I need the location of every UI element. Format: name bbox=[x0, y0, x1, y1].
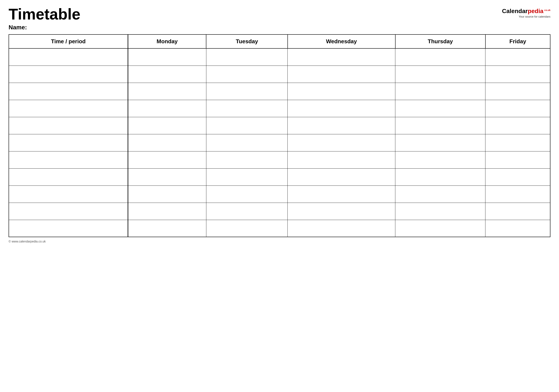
table-cell[interactable] bbox=[485, 220, 550, 237]
table-row bbox=[9, 83, 550, 100]
table-cell[interactable] bbox=[206, 186, 288, 203]
table-cell[interactable] bbox=[128, 134, 206, 151]
table-cell[interactable] bbox=[395, 220, 485, 237]
table-cell[interactable] bbox=[206, 168, 288, 186]
table-header-row: Time / period Monday Tuesday Wednesday T… bbox=[9, 35, 550, 48]
table-cell[interactable] bbox=[485, 117, 550, 134]
logo: Calendarpediaco.uk bbox=[502, 8, 550, 14]
table-cell[interactable] bbox=[206, 66, 288, 83]
col-header-wednesday: Wednesday bbox=[288, 35, 395, 48]
table-row bbox=[9, 100, 550, 117]
table-cell[interactable] bbox=[9, 117, 128, 134]
timetable: Time / period Monday Tuesday Wednesday T… bbox=[9, 34, 550, 237]
col-header-monday: Monday bbox=[128, 35, 206, 48]
table-cell[interactable] bbox=[395, 48, 485, 66]
table-cell[interactable] bbox=[288, 186, 395, 203]
table-cell[interactable] bbox=[288, 168, 395, 186]
table-cell[interactable] bbox=[9, 186, 128, 203]
table-cell[interactable] bbox=[395, 203, 485, 220]
name-label: Name: bbox=[9, 24, 550, 31]
table-cell[interactable] bbox=[288, 66, 395, 83]
table-cell[interactable] bbox=[485, 151, 550, 168]
table-cell[interactable] bbox=[206, 220, 288, 237]
table-row bbox=[9, 220, 550, 237]
table-cell[interactable] bbox=[206, 83, 288, 100]
page-title: Timetable bbox=[9, 6, 80, 22]
col-header-time: Time / period bbox=[9, 35, 128, 48]
table-row bbox=[9, 48, 550, 66]
table-cell[interactable] bbox=[206, 203, 288, 220]
table-cell[interactable] bbox=[288, 83, 395, 100]
col-header-tuesday: Tuesday bbox=[206, 35, 288, 48]
table-cell[interactable] bbox=[206, 134, 288, 151]
table-cell[interactable] bbox=[485, 168, 550, 186]
table-cell[interactable] bbox=[485, 83, 550, 100]
table-row bbox=[9, 168, 550, 186]
table-cell[interactable] bbox=[485, 134, 550, 151]
table-cell[interactable] bbox=[9, 66, 128, 83]
table-cell[interactable] bbox=[128, 220, 206, 237]
table-cell[interactable] bbox=[128, 117, 206, 134]
table-cell[interactable] bbox=[395, 186, 485, 203]
table-cell[interactable] bbox=[485, 203, 550, 220]
table-cell[interactable] bbox=[395, 117, 485, 134]
table-cell[interactable] bbox=[395, 83, 485, 100]
table-row bbox=[9, 186, 550, 203]
table-cell[interactable] bbox=[128, 168, 206, 186]
logo-area: Calendarpediaco.uk Your source for calen… bbox=[502, 6, 550, 18]
logo-couk: co.uk bbox=[544, 9, 550, 11]
logo-tagline: Your source for calendars bbox=[519, 15, 550, 18]
table-cell[interactable] bbox=[485, 66, 550, 83]
table-cell[interactable] bbox=[128, 48, 206, 66]
table-cell[interactable] bbox=[485, 48, 550, 66]
table-row bbox=[9, 117, 550, 134]
table-cell[interactable] bbox=[206, 100, 288, 117]
table-cell[interactable] bbox=[9, 203, 128, 220]
table-row bbox=[9, 134, 550, 151]
table-cell[interactable] bbox=[288, 117, 395, 134]
table-cell[interactable] bbox=[128, 100, 206, 117]
table-cell[interactable] bbox=[485, 186, 550, 203]
table-cell[interactable] bbox=[206, 117, 288, 134]
table-cell[interactable] bbox=[395, 134, 485, 151]
table-cell[interactable] bbox=[128, 66, 206, 83]
table-cell[interactable] bbox=[9, 100, 128, 117]
table-cell[interactable] bbox=[288, 100, 395, 117]
table-row bbox=[9, 151, 550, 168]
table-cell[interactable] bbox=[288, 203, 395, 220]
table-cell[interactable] bbox=[206, 151, 288, 168]
table-cell[interactable] bbox=[485, 100, 550, 117]
logo-calendar: Calendar bbox=[502, 8, 528, 14]
footer-url: www.calendarpedia.co.uk bbox=[12, 240, 46, 243]
logo-pedia: pedia bbox=[528, 8, 543, 14]
table-cell[interactable] bbox=[128, 186, 206, 203]
col-header-thursday: Thursday bbox=[395, 35, 485, 48]
table-cell[interactable] bbox=[206, 48, 288, 66]
table-cell[interactable] bbox=[128, 203, 206, 220]
col-header-friday: Friday bbox=[485, 35, 550, 48]
table-cell[interactable] bbox=[128, 151, 206, 168]
table-cell[interactable] bbox=[9, 134, 128, 151]
table-cell[interactable] bbox=[395, 100, 485, 117]
table-row bbox=[9, 66, 550, 83]
table-cell[interactable] bbox=[288, 48, 395, 66]
table-cell[interactable] bbox=[9, 83, 128, 100]
table-cell[interactable] bbox=[9, 151, 128, 168]
table-row bbox=[9, 203, 550, 220]
table-cell[interactable] bbox=[128, 83, 206, 100]
table-cell[interactable] bbox=[288, 220, 395, 237]
table-cell[interactable] bbox=[9, 48, 128, 66]
table-cell[interactable] bbox=[395, 151, 485, 168]
table-cell[interactable] bbox=[288, 151, 395, 168]
table-cell[interactable] bbox=[395, 66, 485, 83]
footer: © www.calendarpedia.co.uk bbox=[9, 240, 550, 243]
table-cell[interactable] bbox=[288, 134, 395, 151]
table-cell[interactable] bbox=[9, 168, 128, 186]
header: Timetable Calendarpediaco.uk Your source… bbox=[9, 6, 550, 22]
table-cell[interactable] bbox=[395, 168, 485, 186]
table-cell[interactable] bbox=[9, 220, 128, 237]
